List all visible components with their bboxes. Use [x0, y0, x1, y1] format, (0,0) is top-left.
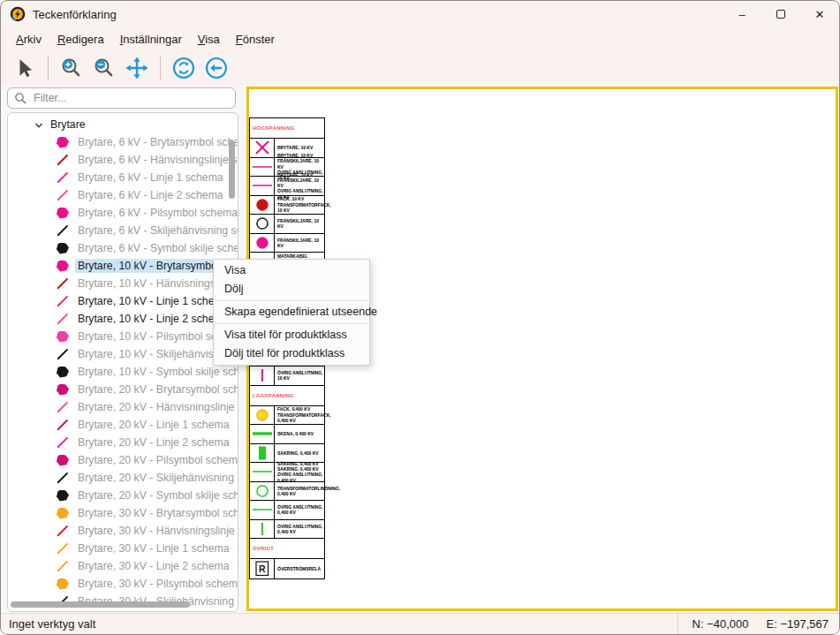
tree-item[interactable]: Brytare, 6 kV - Skiljehänvisning schema [8, 222, 238, 239]
tree-item-label: Brytare, 10 kV - Symbol skilje schema [75, 365, 238, 379]
legend-row: FACK, 10 KVTRANSFORMATORFACK, 10 KV [250, 196, 324, 215]
tree-root-brytare[interactable]: Brytare [8, 116, 238, 133]
main-content: Brytare Brytare, 6 kV - Brytarsymbol sch… [1, 85, 839, 613]
filter-box [7, 87, 236, 109]
tree-item-label: Brytare, 30 kV - Hänvisningslinje schema [75, 524, 238, 538]
tree-item[interactable]: Brytare, 6 kV - Linje 2 schema [8, 186, 238, 204]
symbol-blob-icon [57, 208, 69, 219]
select-cursor-button[interactable] [11, 55, 38, 81]
tree-item[interactable]: Brytare, 20 kV - Hänvisningslinje schema [8, 398, 238, 416]
rotate-view-button[interactable] [170, 55, 197, 81]
tree-item[interactable]: Brytare, 10 kV - Symbol skilje schema [8, 363, 238, 381]
zoom-out-icon [93, 57, 117, 80]
symbol-blob-icon [57, 384, 69, 396]
tree-item[interactable]: Brytare, 6 kV - Brytarsymbol schema [8, 133, 238, 151]
tree-item[interactable]: Brytare, 30 kV - Brytarsymbol schema [8, 504, 238, 522]
status-bar: Inget verktyg valt N: −40,000 E: −197,56… [1, 613, 839, 634]
symbol-blob-icon [57, 578, 69, 590]
zoom-in-icon [60, 57, 84, 80]
go-back-button[interactable] [203, 55, 230, 81]
tree-item[interactable]: Brytare, 20 kV - Linje 1 schema [8, 416, 238, 434]
tree-item-label: Brytare, 6 kV - Brytarsymbol schema [75, 135, 238, 149]
legend-row: RÖVERSTRÖMSRELÄ [250, 559, 324, 578]
tree-item[interactable]: Brytare, 30 kV - Hänvisningslinje schema [8, 522, 238, 540]
symbol-blob-icon [57, 367, 69, 378]
legend-row-label: SKENA, 0,400 KV [275, 425, 324, 443]
close-button[interactable]: ✕ [800, 1, 839, 27]
diagonal-line-icon [57, 349, 69, 360]
hline-symbol-icon [250, 463, 275, 481]
hline-thick-symbol-icon [250, 425, 275, 443]
tree-item-label: Brytare, 6 kV - Symbol skilje schema [75, 241, 238, 255]
diagonal-line-icon [57, 472, 69, 484]
legend-row-label: ÖVRIG ANSLUTNING, 10 KV [275, 367, 324, 385]
tree-item[interactable]: Brytare, 30 kV - Linje 2 schema [8, 557, 238, 575]
menu-redigera[interactable]: Redigera [49, 31, 112, 48]
tree-item-label: Brytare, 30 kV - Linje 2 schema [75, 559, 232, 573]
symbol-blob-icon [57, 490, 69, 502]
tree-item[interactable]: Brytare, 10 kV - Linje 2 schema [8, 310, 238, 328]
zoom-in-button[interactable] [58, 55, 85, 81]
filter-input[interactable] [32, 91, 229, 105]
tree-item-label: Brytare, 10 kV - Linje 1 schema [75, 294, 232, 308]
tree-item[interactable]: Brytare, 10 kV - Skiljehänvisning schema [8, 345, 238, 363]
hline-symbol-icon [250, 501, 275, 519]
legend-row-label: SÄKRING, 0,400 KVSÄKRING, 0,400 KVÖVRIG … [275, 463, 324, 481]
tree-item-label: Brytare, 20 kV - Brytarsymbol schema [75, 382, 238, 397]
toolbar-separator [48, 57, 49, 79]
menu-arkiv[interactable]: Arkiv [8, 31, 49, 48]
tree-item[interactable]: Brytare, 20 kV - Skiljehänvisning schema [8, 469, 238, 487]
tree-item[interactable]: Brytare, 10 kV - Pilsymbol schema [8, 328, 238, 345]
context-menu-item[interactable]: Dölj titel för produktklass [214, 344, 369, 363]
tree-root-label: Brytare [50, 118, 86, 131]
tree-item[interactable]: Brytare, 20 kV - Symbol skilje schema [8, 487, 238, 504]
tree-item[interactable]: Brytare, 10 kV - Linje 1 schema [8, 292, 238, 310]
context-menu-separator [215, 323, 368, 324]
tree-item-label: Brytare, 6 kV - Linje 2 schema [75, 188, 226, 202]
diagonal-line-icon [57, 314, 69, 325]
context-menu-item[interactable]: Skapa egendefinierat utseende [214, 303, 369, 321]
tree-item[interactable]: Brytare, 30 kV - Pilsymbol schema [8, 575, 238, 593]
tree-item[interactable]: Brytare, 10 kV - Hänvisningslinje schema [8, 275, 238, 292]
tree-item[interactable]: Brytare, 6 kV - Pilsymbol schema [8, 204, 238, 222]
legend-row-label: ÖVERSTRÖMSRELÄ [275, 559, 324, 578]
chevron-down-icon[interactable] [34, 120, 43, 129]
diagonal-line-icon [57, 296, 69, 307]
context-menu-item[interactable]: Visa [214, 261, 369, 280]
diagonal-line-icon [57, 225, 69, 237]
tree-item[interactable]: Brytare, 10 kV - Brytarsymbol schema [8, 257, 238, 275]
rotate-view-icon [172, 57, 195, 79]
diagonal-line-icon [57, 525, 69, 537]
minimize-button[interactable]: – [723, 1, 761, 27]
status-message: Inget verktyg valt [9, 617, 95, 631]
symbol-blob-icon [57, 455, 69, 466]
pan-icon [125, 57, 148, 79]
pan-button[interactable] [124, 55, 150, 81]
diagonal-line-icon [57, 402, 69, 413]
diagonal-line-icon [57, 543, 69, 555]
tree-item[interactable]: Brytare, 6 kV - Symbol skilje schema [8, 239, 238, 257]
zoom-out-button[interactable] [91, 55, 117, 81]
tree-item[interactable]: Brytare, 6 kV - Linje 1 schema [8, 169, 238, 186]
legend-row: FACK, 0,400 KVTRANSFORMATORFACK, 0,400 K… [250, 406, 324, 426]
context-menu-item[interactable]: Visa titel för produktklass [214, 326, 369, 344]
tree-item[interactable]: Brytare, 20 kV - Linje 2 schema [8, 434, 238, 451]
horizontal-scrollbar-thumb[interactable] [11, 601, 190, 608]
tree-item[interactable]: Brytare, 20 kV - Brytarsymbol schema [8, 381, 238, 398]
tree-item[interactable]: Brytare, 6 kV - Hänvisningslinje schema [8, 151, 238, 169]
diagonal-line-icon [57, 172, 69, 184]
legend-row: TRANSFORMATORLINDNING, 0,400 KV [250, 482, 324, 502]
vertical-scrollbar-thumb[interactable] [229, 140, 235, 199]
legend-row-label: FACK, 0,400 KVTRANSFORMATORFACK, 0,400 K… [275, 406, 332, 425]
tree-item[interactable]: Brytare, 30 kV - Linje 1 schema [8, 540, 238, 557]
maximize-button[interactable] [761, 1, 800, 27]
menu-instllningar[interactable]: Inställningar [112, 31, 190, 48]
tree-item-label: Brytare, 6 kV - Skiljehänvisning schema [75, 223, 238, 238]
legend-row: FRÅNSKILJARE, 10 KV [250, 234, 324, 253]
menu-visa[interactable]: Visa [190, 31, 228, 48]
circle-fill-symbol-icon [250, 406, 275, 425]
tree-item[interactable]: Brytare, 20 kV - Pilsymbol schema [8, 451, 238, 469]
menu-fnster[interactable]: Fönster [228, 31, 283, 48]
context-menu-item[interactable]: Dölj [214, 280, 369, 299]
vline-symbol-icon [250, 367, 275, 385]
